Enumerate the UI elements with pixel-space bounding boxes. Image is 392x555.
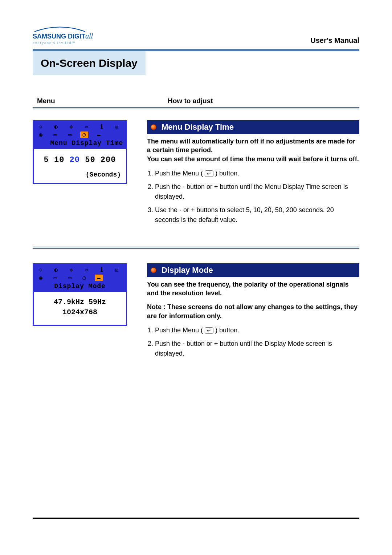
step: Push the - button or + button until the … [155,182,359,202]
brand-italic: all [85,32,93,40]
osd-screenshot: ☼ ◐ ✥ ▱ ℹ ☒ ◉ ▭ ▭ ◷ ▬ Menu Display Time [33,120,127,184]
topic-title: Display Mode [162,266,213,275]
step-text: ) button. [215,327,239,334]
menu-button-icon: ↵ [205,327,213,334]
steps-list: Push the Menu ( ↵ ) button. Push the - b… [147,325,359,358]
osd-value: 5 [44,155,49,165]
brand-tagline: everyone's invited™ [33,41,93,45]
menu-button-icon: ↵ [205,170,213,177]
osd-freq-line: 47.9kHz 59Hz [37,297,122,307]
section-title: On-Screen Display [41,57,138,69]
bullet-icon [151,124,156,130]
position-icon: ✥ [67,123,75,130]
step: Push the Menu ( ↵ ) button. [155,169,359,178]
exit-icon: ☒ [113,267,121,273]
cols-rule [33,107,359,109]
contrast-icon: ◐ [52,123,60,130]
step: Push the Menu ( ↵ ) button. [155,325,359,335]
topic-note: Note : These screens do not allow any ch… [147,303,359,320]
topic-description: You can see the frequency, the polarity … [147,280,359,298]
geometry-icon: ▱ [82,267,90,273]
vpos-icon: ▭ [66,275,74,281]
osd-res-line: 1024x768 [37,307,122,317]
page-header: SAMSUNG DIGITall everyone's invited™ Use… [33,25,359,45]
brand-logo: SAMSUNG DIGITall everyone's invited™ [33,25,93,45]
osd-value: 200 [101,155,116,165]
section-bar: On-Screen Display [33,51,359,75]
time-icon: ◷ [80,131,88,138]
col-header-howto: How to adjust [146,97,359,105]
brightness-icon: ☼ [37,267,45,273]
osd-values: 5 10 20 50 200 [37,155,122,165]
steps-list: Push the Menu ( ↵ ) button. Push the - b… [147,169,359,225]
osd-screenshot: ☼ ◐ ✥ ▱ ℹ ☒ ◉ ▭ ▭ ◷ ▬ Display Mode 47.9k… [33,263,127,326]
osd-value: 10 [54,155,64,165]
recall-icon: ◉ [37,131,45,138]
bullet-icon [151,267,156,273]
hpos-icon: ▭ [51,131,59,138]
column-headers: Menu How to adjust [33,97,359,105]
geometry-icon: ▱ [82,123,90,130]
manual-label: User's Manual [310,36,359,45]
info-icon: ℹ [98,267,106,273]
exit-icon: ☒ [113,123,121,130]
step-text: Push the Menu ( [155,170,203,177]
topic-block: ☼ ◐ ✥ ▱ ℹ ☒ ◉ ▭ ▭ ◷ ▬ Menu Display Time [33,120,359,228]
contrast-icon: ◐ [52,267,60,273]
col-header-menu: Menu [37,97,146,105]
logo-arc-icon [33,25,87,32]
time-icon: ◷ [80,275,88,281]
step-text: Push the Menu ( [155,327,203,334]
info-icon: ℹ [98,123,106,130]
vpos-icon: ▭ [66,131,74,138]
step-text: ) button. [215,170,239,177]
brightness-icon: ☼ [37,123,45,130]
topic-description: The menu will automatically turn off if … [147,137,359,163]
topic-title: Menu Display Time [162,122,234,131]
recall-icon: ◉ [37,275,45,281]
position-icon: ✥ [67,267,75,273]
footer-rule [33,518,359,519]
osd-value-selected: 20 [70,155,80,165]
osd-title: Display Mode [34,282,126,292]
hpos-icon: ▭ [51,275,59,281]
osd-value: 50 [85,155,95,165]
osd-unit: (Seconds) [37,171,122,178]
step: Push the - button or + button until the … [155,339,359,358]
topic-divider [33,247,359,249]
mode-icon: ▬ [95,131,103,138]
topic-title-bar: Menu Display Time [147,120,359,134]
osd-title: Menu Display Time [34,139,126,149]
mode-icon: ▬ [95,275,103,281]
topic-title-bar: Display Mode [147,263,359,277]
topic-block: ☼ ◐ ✥ ▱ ℹ ☒ ◉ ▭ ▭ ◷ ▬ Display Mode 47.9k… [33,263,359,362]
brand-main: SAMSUNG DIGIT [33,33,85,40]
step: Use the - or + buttons to select 5, 10, … [155,205,359,225]
